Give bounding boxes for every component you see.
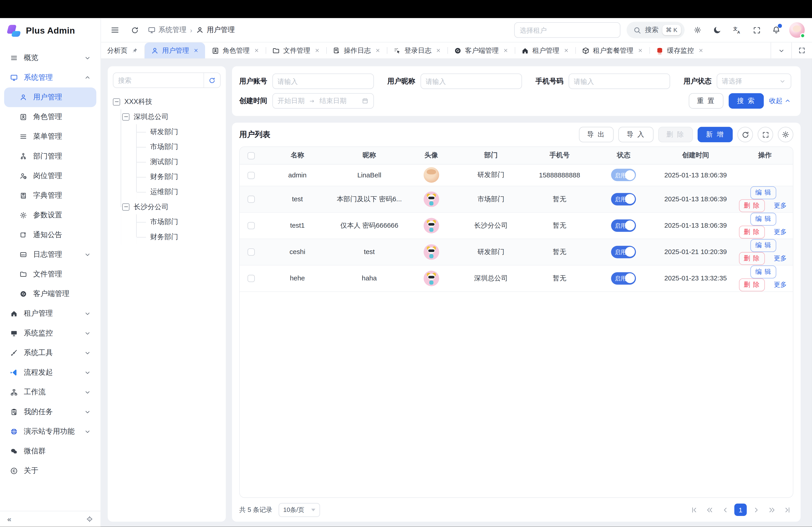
- sidebar-item-8[interactable]: 参数设置: [4, 205, 96, 225]
- global-search-button[interactable]: 搜索 ⌘ K: [626, 21, 684, 38]
- current-page-button[interactable]: 1: [735, 503, 747, 516]
- export-button[interactable]: 导 出: [579, 127, 614, 142]
- status-select[interactable]: 请选择: [717, 74, 792, 89]
- table-fullscreen-button[interactable]: [758, 127, 773, 142]
- tab-4[interactable]: 操作日志: [326, 42, 387, 58]
- tree-collapse-box[interactable]: [122, 203, 129, 210]
- row-checkbox[interactable]: [247, 275, 255, 282]
- sidebar-item-13[interactable]: 租户管理: [4, 304, 96, 323]
- status-toggle[interactable]: 启用: [611, 169, 636, 181]
- sidebar-item-20[interactable]: 微信群: [4, 441, 96, 461]
- sidebar-item-21[interactable]: 关于: [4, 461, 96, 481]
- sidebar-item-active-2[interactable]: 用户管理: [4, 88, 96, 107]
- fast-prev-button[interactable]: [703, 503, 716, 516]
- tree-leaf[interactable]: 运维部门: [137, 184, 221, 199]
- date-range-picker[interactable]: 开始日期 结束日期: [273, 93, 374, 109]
- refresh-page-icon[interactable]: [128, 23, 142, 37]
- tab-3[interactable]: 文件管理: [266, 42, 327, 58]
- tab-8[interactable]: 租户套餐管理: [575, 42, 649, 58]
- tree-leaf[interactable]: 研发部门: [137, 124, 221, 139]
- tab-2[interactable]: 角色管理: [205, 42, 266, 58]
- filter-input[interactable]: [426, 77, 517, 85]
- next-page-button[interactable]: [750, 503, 762, 516]
- sidebar-item-15[interactable]: 系统工具: [4, 343, 96, 363]
- close-tab-icon[interactable]: [503, 48, 508, 53]
- row-checkbox[interactable]: [247, 196, 255, 203]
- row-checkbox[interactable]: [247, 249, 255, 256]
- status-toggle[interactable]: 启用: [611, 219, 636, 231]
- tabs-dropdown-button[interactable]: [770, 42, 791, 58]
- delete-row-button[interactable]: 删 除: [739, 252, 765, 265]
- tree-node[interactable]: 长沙分公司: [117, 199, 221, 214]
- tree-leaf[interactable]: 市场部门: [137, 139, 221, 154]
- sidebar-item-11[interactable]: 文件管理: [4, 265, 96, 284]
- edit-button[interactable]: 编 辑: [751, 265, 777, 278]
- collapse-filter-link[interactable]: 收起: [769, 96, 791, 105]
- prev-page-button[interactable]: [719, 503, 731, 516]
- sidebar-item-6[interactable]: 岗位管理: [4, 166, 96, 186]
- page-size-select[interactable]: 10条/页: [278, 503, 320, 517]
- fullscreen-icon[interactable]: [750, 23, 763, 37]
- dark-mode-icon[interactable]: [710, 23, 724, 37]
- last-page-button[interactable]: [781, 503, 793, 516]
- tab-6[interactable]: 客户端管理: [448, 42, 515, 58]
- tab-7[interactable]: 租户管理: [515, 42, 575, 58]
- tree-refresh-button[interactable]: [203, 73, 220, 88]
- language-icon[interactable]: 文A: [730, 23, 744, 37]
- menu-toggle-icon[interactable]: [108, 23, 122, 37]
- tab-5[interactable]: 登录日志: [387, 42, 448, 58]
- tab-1[interactable]: 用户管理: [145, 42, 205, 58]
- delete-row-button[interactable]: 删 除: [739, 278, 765, 291]
- settings-icon[interactable]: [691, 23, 705, 37]
- sidebar-item-19[interactable]: 演示站专用功能: [4, 422, 96, 441]
- close-tab-icon[interactable]: [254, 48, 259, 53]
- status-toggle[interactable]: 启用: [611, 193, 636, 205]
- tree-leaf[interactable]: 财务部门: [137, 229, 221, 244]
- close-tab-icon[interactable]: [698, 48, 704, 53]
- status-toggle[interactable]: 启用: [611, 245, 636, 258]
- sidebar-item-1[interactable]: 系统管理: [4, 68, 96, 88]
- status-toggle[interactable]: 启用: [611, 272, 636, 284]
- fast-next-button[interactable]: [765, 503, 778, 516]
- more-button[interactable]: 更多: [770, 278, 791, 291]
- sidebar-item-12[interactable]: 客户端管理: [4, 284, 96, 304]
- breadcrumb-item-system[interactable]: 系统管理: [147, 25, 186, 34]
- search-button[interactable]: 搜 索: [729, 93, 764, 109]
- close-tab-icon[interactable]: [193, 48, 199, 53]
- tenant-select-input[interactable]: [514, 22, 620, 38]
- more-button[interactable]: 更多: [770, 225, 791, 238]
- tree-node[interactable]: XXX科技: [113, 94, 221, 109]
- import-button[interactable]: 导 入: [619, 127, 653, 142]
- sidebar-item-10[interactable]: DEV日志管理: [4, 245, 96, 265]
- delete-button[interactable]: 删 除: [658, 127, 693, 142]
- collapse-sidebar-button[interactable]: «: [7, 515, 10, 523]
- tree-collapse-box[interactable]: [113, 98, 120, 105]
- close-tab-icon[interactable]: [315, 48, 320, 53]
- filter-input[interactable]: [574, 77, 665, 85]
- more-button[interactable]: 更多: [770, 252, 791, 265]
- sidebar-item-0[interactable]: 概览: [4, 48, 96, 68]
- add-button[interactable]: 新 增: [698, 127, 733, 142]
- tree-leaf[interactable]: 测试部门: [137, 154, 221, 169]
- sidebar-item-3[interactable]: 角色管理: [4, 107, 96, 127]
- table-settings-button[interactable]: [778, 127, 793, 142]
- table-refresh-button[interactable]: [737, 127, 753, 142]
- close-tab-icon[interactable]: [375, 48, 380, 53]
- first-page-button[interactable]: [688, 503, 700, 516]
- user-avatar[interactable]: [789, 22, 805, 38]
- select-all-checkbox[interactable]: [247, 152, 255, 160]
- sidebar-item-16[interactable]: 流程发起: [4, 363, 96, 382]
- close-tab-icon[interactable]: [436, 48, 441, 53]
- sidebar-item-17[interactable]: 工作流: [4, 382, 96, 402]
- tree-collapse-box[interactable]: [122, 113, 129, 120]
- sidebar-item-9[interactable]: 通知公告: [4, 225, 96, 245]
- sidebar-item-7[interactable]: 字典管理: [4, 186, 96, 205]
- tree-leaf[interactable]: 市场部门: [137, 214, 221, 229]
- sidebar-item-4[interactable]: 菜单管理: [4, 127, 96, 146]
- reset-button[interactable]: 重 置: [688, 93, 724, 109]
- breadcrumb-item-user[interactable]: 用户管理: [196, 25, 235, 34]
- sidebar-item-18[interactable]: 我的任务: [4, 402, 96, 422]
- pin-icon[interactable]: [131, 47, 138, 54]
- more-button[interactable]: 更多: [770, 199, 791, 212]
- delete-row-button[interactable]: 删 除: [739, 199, 765, 212]
